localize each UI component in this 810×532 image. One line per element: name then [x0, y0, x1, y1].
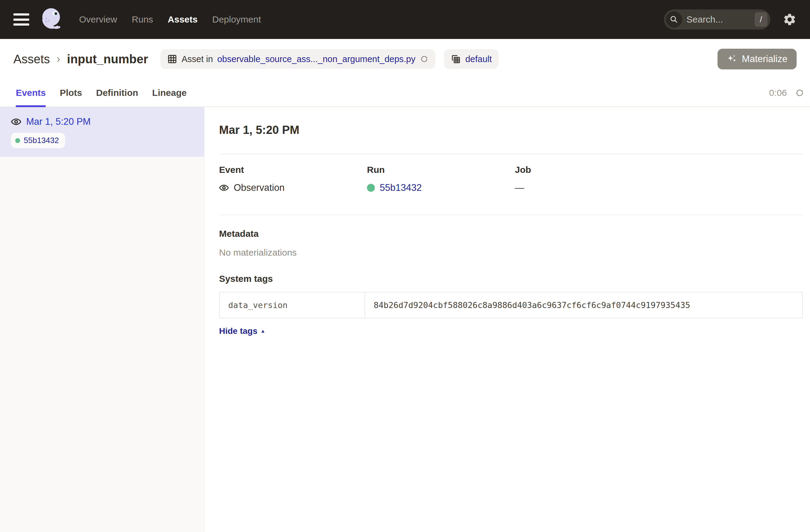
divider — [219, 214, 803, 215]
run-link[interactable]: 55b13432 — [380, 182, 422, 193]
event-column-label: Event — [219, 165, 367, 175]
search-icon — [666, 11, 682, 28]
nav-item-overview[interactable]: Overview — [79, 14, 117, 25]
breadcrumb-chevron-icon: › — [56, 53, 60, 65]
settings-gear-icon[interactable] — [783, 13, 797, 27]
reload-definition-icon[interactable] — [420, 54, 429, 64]
page-title: input_number — [67, 52, 148, 66]
event-type-value: Observation — [234, 182, 285, 193]
code-location-link[interactable]: default — [465, 54, 492, 64]
events-content: Mar 1, 5:20 PM 55b13432 Mar 1, 5:20 PM E… — [0, 107, 810, 532]
caret-up-icon: ▲ — [260, 328, 265, 334]
asset-file-link[interactable]: observable_source_ass..._non_argument_de… — [217, 54, 415, 64]
event-detail-title: Mar 1, 5:20 PM — [219, 124, 803, 136]
divider — [219, 154, 803, 154]
search-input[interactable] — [682, 14, 755, 25]
refresh-icon[interactable] — [795, 88, 805, 98]
primary-nav: Overview Runs Assets Deployment — [79, 14, 261, 25]
hamburger-menu-icon[interactable] — [13, 13, 29, 26]
materialize-button[interactable]: Materialize — [717, 49, 797, 69]
asset-grid-icon — [167, 54, 177, 64]
run-id-text: 55b13432 — [24, 136, 59, 145]
search-box[interactable]: / — [664, 10, 771, 30]
tab-lineage[interactable]: Lineage — [152, 79, 187, 107]
asset-header: Assets › input_number Asset in observabl… — [0, 39, 810, 79]
top-navigation-bar: Overview Runs Assets Deployment / — [0, 0, 810, 39]
run-status-dot — [15, 138, 20, 143]
tab-events[interactable]: Events — [16, 79, 46, 107]
search-shortcut-badge: / — [755, 12, 767, 27]
observation-eye-icon — [219, 183, 229, 193]
sparkle-icon — [727, 54, 737, 64]
asset-chip-prefix: Asset in — [182, 54, 213, 64]
breadcrumb-assets-link[interactable]: Assets — [13, 52, 50, 66]
nav-item-deployment[interactable]: Deployment — [212, 14, 261, 25]
job-column-label: Job — [515, 165, 663, 175]
tab-plots[interactable]: Plots — [60, 79, 82, 107]
run-id-badge[interactable]: 55b13432 — [11, 133, 65, 148]
metadata-empty-text: No materializations — [219, 247, 803, 258]
job-empty-value: — — [515, 182, 524, 193]
system-tags-heading: System tags — [219, 274, 803, 284]
event-summary-columns: Event Observation Run 55b13432 Job — [219, 165, 803, 193]
code-location-chip[interactable]: default — [444, 49, 498, 69]
hide-tags-link[interactable]: Hide tags ▲ — [219, 326, 265, 336]
tab-definition[interactable]: Definition — [96, 79, 138, 107]
event-timestamp: Mar 1, 5:20 PM — [26, 116, 91, 127]
asset-definition-chip: Asset in observable_source_ass..._non_ar… — [160, 49, 436, 69]
nav-item-assets[interactable]: Assets — [168, 14, 197, 25]
asset-tabs: Events Plots Definition Lineage — [16, 79, 187, 107]
nav-item-runs[interactable]: Runs — [132, 14, 153, 25]
metadata-heading: Metadata — [219, 229, 803, 239]
observation-eye-icon — [11, 116, 21, 127]
run-status-dot — [367, 184, 375, 192]
event-list-sidebar: Mar 1, 5:20 PM 55b13432 — [0, 107, 205, 532]
tag-key-cell: data_version — [220, 292, 365, 318]
asset-tabs-bar: Events Plots Definition Lineage 0:06 — [0, 79, 810, 107]
event-list-item[interactable]: Mar 1, 5:20 PM 55b13432 — [0, 107, 204, 157]
system-tags-table: data_version 84b26d7d9204cbf588026c8a988… — [219, 292, 803, 318]
dagster-logo-icon[interactable] — [38, 5, 67, 34]
repo-grid-icon — [451, 54, 461, 64]
tag-value-cell: 84b26d7d9204cbf588026c8a9886d403a6c9637c… — [365, 292, 802, 318]
event-detail-panel: Mar 1, 5:20 PM Event Observation Run 55b… — [205, 107, 810, 532]
refresh-countdown: 0:06 — [769, 88, 787, 98]
materialize-label: Materialize — [742, 53, 788, 65]
run-column-label: Run — [367, 165, 515, 175]
hide-tags-label: Hide tags — [219, 326, 257, 336]
